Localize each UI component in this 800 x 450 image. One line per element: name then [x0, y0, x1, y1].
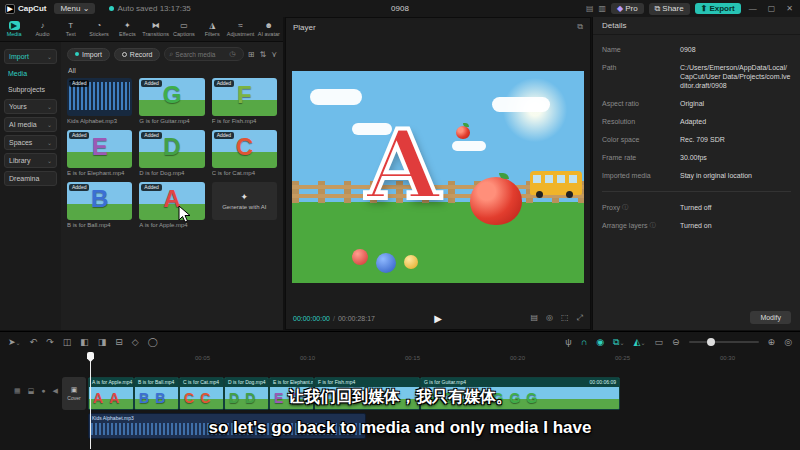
fit-timeline-icon[interactable]: ◎ [784, 337, 792, 347]
ratio-icon[interactable]: ⬚ [561, 313, 569, 323]
delete-icon[interactable]: ⊟ [115, 337, 123, 347]
minimize-button[interactable]: — [746, 4, 760, 13]
sidebar-item-dreamina[interactable]: Dreamina [4, 171, 57, 186]
media-item-f[interactable]: FAdded F is for Fish.mp4 [212, 78, 277, 124]
export-button[interactable]: ⬆ Export [695, 3, 741, 14]
player-title: Player [293, 23, 316, 32]
yellow-ball [404, 255, 418, 269]
sidebar-item-media[interactable]: Media [4, 67, 57, 80]
timeline-ruler[interactable]: 00:05 00:10 00:15 00:20 00:25 00:30 [0, 352, 800, 365]
sidebar-item-ai-media[interactable]: AI media⌄ [4, 117, 57, 132]
redo-icon[interactable]: ↷ [46, 337, 54, 347]
tab-media[interactable]: ▶Media [0, 21, 28, 37]
subtitle-english: so let's go back to media and only media… [0, 418, 800, 438]
thumb-letter: B [91, 185, 108, 213]
tab-text[interactable]: TText [57, 21, 85, 37]
render-quality-icon[interactable]: ▤ [530, 313, 538, 323]
sidebar-item-spaces[interactable]: Spaces⌄ [4, 135, 57, 150]
sort-icon[interactable]: ⇅ [259, 50, 266, 59]
generate-ai-label: Generate with AI [222, 204, 266, 210]
tab-captions[interactable]: ▭Captions [170, 21, 198, 37]
adjustment-icon: ≈ [238, 21, 242, 30]
pro-diamond-icon: ◆ [617, 4, 623, 13]
snap-icon[interactable]: ◉ [596, 337, 604, 347]
media-item-audio[interactable]: Added Kids Alphabet.mp3 [67, 78, 132, 124]
added-badge: Added [214, 80, 234, 87]
record-button[interactable]: Record [114, 48, 161, 61]
added-badge: Added [69, 184, 89, 191]
blue-ball [376, 253, 396, 273]
history-icon[interactable]: ◷ [229, 50, 235, 58]
media-panel: Import⌄ Media Subprojects Yours⌄ AI medi… [0, 42, 283, 330]
ruler-tick: 00:10 [300, 355, 315, 361]
media-item-e[interactable]: EAdded E is for Elephant.mp4 [67, 130, 132, 176]
small-apple [456, 126, 470, 139]
modify-button[interactable]: Modify [750, 311, 791, 324]
filter-icon[interactable]: ⋎ [271, 50, 277, 59]
added-badge: Added [141, 132, 161, 139]
search-icon: ⌕ [169, 50, 173, 58]
sidebar-item-yours[interactable]: Yours⌄ [4, 99, 57, 114]
tab-transitions[interactable]: ⧓Transitions [141, 21, 169, 37]
undo-icon[interactable]: ↶ [30, 337, 38, 347]
resource-tabs: ▶Media ♪Audio TText ◔Stickers ✦Effects ⧓… [0, 17, 283, 42]
sidebar-item-import[interactable]: Import⌄ [4, 49, 57, 64]
media-item-name: C is for Cat.mp4 [212, 170, 277, 176]
popout-icon[interactable]: ⧉ [577, 22, 583, 32]
layout-toggle-icon[interactable]: ▤ [586, 4, 594, 13]
media-item-g[interactable]: GAdded G is for Guitar.mp4 [139, 78, 204, 124]
preview-axis-icon[interactable]: ◭⌄ [634, 337, 646, 347]
info-icon: ⓘ [650, 221, 656, 230]
mask-icon[interactable]: ◯ [148, 337, 158, 347]
media-item-c[interactable]: CAdded C is for Cat.mp4 [212, 130, 277, 176]
magnet-icon[interactable]: ∩ [581, 337, 587, 347]
zoom-in-icon[interactable]: ⊕ [768, 337, 776, 347]
tab-filters[interactable]: ◮Filters [198, 21, 226, 37]
tab-stickers[interactable]: ◔Stickers [85, 21, 113, 37]
import-dot-icon [75, 52, 79, 56]
delete-left-icon[interactable]: ◧ [80, 337, 89, 347]
select-tool-icon[interactable]: ➤⌄ [8, 337, 21, 347]
pro-button[interactable]: ◆ Pro [611, 3, 644, 14]
media-icon: ▶ [9, 21, 20, 30]
delete-right-icon[interactable]: ◨ [98, 337, 107, 347]
sidebar-item-library[interactable]: Library⌄ [4, 153, 57, 168]
detail-row-aspect-ratio: Aspect ratioOriginal [602, 99, 791, 108]
sidebar-item-subprojects[interactable]: Subprojects [4, 83, 57, 96]
tab-ai-avatar[interactable]: ☻AI avatar [255, 21, 283, 37]
zoom-slider-knob[interactable] [707, 338, 715, 346]
maximize-button[interactable]: ▢ [765, 4, 779, 13]
import-button[interactable]: Import [67, 48, 110, 61]
tab-effects[interactable]: ✦Effects [113, 21, 141, 37]
voiceover-icon[interactable]: ψ [565, 337, 571, 347]
added-badge: Added [69, 132, 89, 139]
zoom-out-icon[interactable]: ⊖ [672, 337, 680, 347]
media-item-b[interactable]: BAdded B is for Ball.mp4 [67, 182, 132, 228]
search-box[interactable]: ⌕ ◷ [164, 47, 243, 61]
play-button[interactable]: ▶ [434, 313, 442, 324]
search-input[interactable] [175, 51, 227, 58]
fullscreen-icon[interactable]: ⤢ [577, 313, 583, 323]
keyframe-icon[interactable]: ◇ [132, 337, 139, 347]
generate-ai-tile[interactable]: ✦ Generate with AI [212, 182, 277, 228]
split-icon[interactable]: ◫ [63, 337, 72, 347]
ruler-tick: 00:20 [510, 355, 525, 361]
audio-icon: ♪ [40, 21, 44, 30]
media-item-d[interactable]: DAdded D is for Dog.mp4 [139, 130, 204, 176]
link-icon[interactable]: ⧉⌄ [613, 337, 624, 348]
close-button[interactable]: ✕ [783, 4, 796, 13]
tab-adjustment[interactable]: ≈Adjustment [226, 21, 254, 37]
preview-track-icon[interactable]: ◎ [546, 313, 553, 323]
zoom-slider[interactable] [689, 341, 759, 343]
video-preview[interactable]: A [292, 71, 584, 283]
media-item-name: A is for Apple.mp4 [139, 222, 204, 228]
ruler-tick: 00:25 [615, 355, 630, 361]
tab-audio[interactable]: ♪Audio [28, 21, 56, 37]
player-controls: 00:00:00:00 / 00:00:28:17 ▶ ▤ ◎ ⬚ ⤢ [286, 307, 590, 329]
media-item-a[interactable]: AAdded A is for Apple.mp4 [139, 182, 204, 228]
share-button[interactable]: ⧉ Share [649, 3, 690, 15]
cover-frame-icon[interactable]: ▭ [655, 337, 664, 347]
panel-layout-icon[interactable]: ▥ [598, 4, 606, 13]
filter-all-label[interactable]: All [68, 67, 277, 74]
view-toggle-icon[interactable]: ⊞ [248, 50, 255, 59]
